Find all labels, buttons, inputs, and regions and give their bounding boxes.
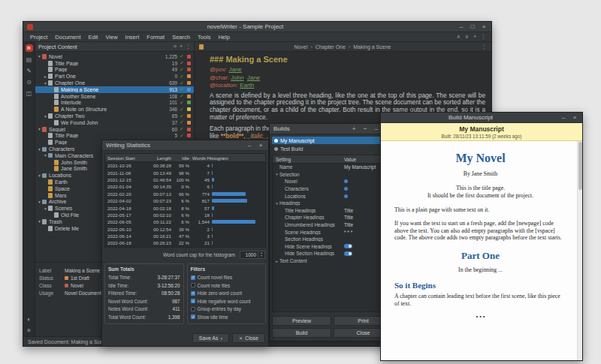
spin-down-icon[interactable]: ▾ [258, 254, 264, 258]
close-icon[interactable]: × [571, 114, 578, 122]
add-item-icon[interactable]: + [180, 44, 183, 50]
scrollbar[interactable] [577, 141, 582, 360]
histogram-cap-spinner[interactable]: 1000 ▴▾ [240, 251, 265, 259]
expand-icon[interactable]: ▾ [37, 219, 42, 224]
sort-icon[interactable]: ≡ [174, 44, 177, 50]
build-setting-row[interactable]: Novel [273, 178, 392, 185]
builds-titlebar[interactable]: Builds + − – × [270, 124, 395, 134]
more-icon[interactable]: ⋮ [481, 34, 486, 40]
app-logo-icon[interactable]: n [26, 44, 33, 52]
menu-tools[interactable]: Tools [194, 34, 215, 41]
editor-view-icon[interactable]: ✎ [26, 68, 32, 74]
build-setting-row[interactable]: Chapter HeadingsTitle [273, 214, 392, 221]
session-row[interactable]: 2022-05-1700:02:106 %18 [105, 212, 265, 218]
build-manuscript-window[interactable]: Build Manuscript – × My Manuscript Built… [380, 112, 583, 361]
build-button[interactable]: Build [272, 328, 331, 338]
builds-window[interactable]: Builds + − – × My ManuscriptTest Build S… [269, 123, 396, 341]
session-row[interactable]: 2022-06-1800:26:2322 %21 [105, 239, 265, 246]
minimize-icon[interactable]: – [458, 23, 465, 31]
checkbox[interactable] [191, 275, 195, 280]
checkbox[interactable] [191, 283, 195, 287]
tree-item[interactable]: Title Page5✓ [35, 133, 194, 140]
toggle-switch[interactable] [344, 244, 352, 248]
move-up-icon[interactable]: ∧ [457, 34, 461, 40]
outline-view-icon[interactable]: ◫ [26, 91, 32, 97]
checkbox[interactable] [191, 314, 195, 319]
expand-icon[interactable]: ▾ [37, 173, 42, 178]
keyword-value[interactable]: Earth [240, 82, 254, 89]
build-list-item[interactable]: Test Build [272, 145, 393, 152]
column-header[interactable]: Length [143, 155, 171, 161]
expand-icon[interactable]: ▾ [37, 147, 42, 152]
expand-icon[interactable]: ▸ [274, 259, 279, 263]
session-row[interactable]: 2022-04-0200:07:236 %817 [105, 197, 265, 204]
expand-icon[interactable]: ▾ [37, 54, 42, 59]
build-setting-row[interactable]: NameMy Manuscript [273, 164, 392, 171]
menu-edit[interactable]: Edit [85, 34, 102, 41]
tree-item[interactable]: Another Scene108✓ [35, 93, 194, 100]
menu-project[interactable]: Project [26, 34, 51, 41]
keyword-value[interactable]: John [231, 74, 243, 81]
editor-menu-icon[interactable]: ⋮ [482, 44, 487, 50]
breadcrumb-item[interactable]: Chapter One [316, 44, 346, 50]
column-header[interactable]: Words Histogram [191, 155, 265, 161]
add-build-icon[interactable]: + [350, 125, 358, 133]
filter-row[interactable]: Count novel files [191, 274, 263, 282]
toggle-switch[interactable] [344, 251, 352, 256]
preview-titlebar[interactable]: Build Manuscript – × [381, 113, 582, 123]
tree-item[interactable]: Title Page19✓ [35, 60, 194, 67]
writing-statistics-window[interactable]: Writing Statistics – × Session StartLeng… [101, 140, 269, 347]
save-as-button[interactable]: Save As ▾ [192, 333, 229, 343]
filter-row[interactable]: Hide negative word count [191, 297, 263, 305]
remove-build-icon[interactable]: − [361, 125, 369, 133]
tree-item[interactable]: We Found John37✓ [35, 119, 194, 126]
expand-icon[interactable]: ▾ [274, 201, 279, 206]
expand-icon[interactable]: ▾ [37, 200, 42, 204]
build-setting-row[interactable]: Title HeadingsTitle [273, 207, 392, 215]
tree-item[interactable]: Making a Scene913✓ [35, 86, 194, 93]
column-header[interactable]: Session Start [105, 155, 143, 161]
included-dot-icon[interactable] [344, 187, 348, 191]
maximize-icon[interactable]: □ [469, 23, 476, 31]
keyword-value[interactable]: Jane [247, 74, 260, 81]
expand-icon[interactable]: ▾ [37, 127, 42, 131]
column-header[interactable]: Idle [171, 155, 191, 161]
breadcrumb-item[interactable]: Novel [294, 44, 308, 50]
expand-icon[interactable]: ▾ [43, 81, 48, 86]
close-button[interactable]: ✕ Close [232, 333, 265, 343]
menu-insert[interactable]: Insert [122, 34, 143, 41]
checkbox[interactable] [191, 307, 195, 311]
tree-item[interactable]: ▾Novel1,225✓ [35, 53, 194, 60]
project-view-icon[interactable]: ▤ [26, 57, 32, 63]
theme-icon[interactable]: ◐ [27, 317, 31, 323]
filter-row[interactable]: Group entries by day [191, 305, 263, 314]
tree-item[interactable]: ▾Chapter One639✓ [35, 80, 194, 86]
menu-help[interactable]: Help [214, 34, 233, 41]
preview-button[interactable]: Preview [272, 316, 331, 326]
menu-view[interactable]: View [101, 34, 121, 41]
spinner-arrows[interactable]: ▴▾ [258, 251, 264, 258]
build-setting-row[interactable]: Section Headings [273, 236, 392, 243]
checkbox[interactable] [191, 299, 195, 303]
session-row[interactable]: 2021-12-1501:46:54100 %45 [105, 176, 265, 183]
filter-row[interactable]: Count note files [191, 281, 263, 290]
build-setting-row[interactable]: ▾Selection [273, 171, 392, 179]
session-row[interactable]: 2022-06-1000:12:5439 %2 [105, 226, 265, 233]
minimize-icon[interactable]: – [560, 114, 567, 122]
tree-item[interactable]: Page49✓ [35, 67, 194, 74]
close-icon[interactable]: × [257, 142, 264, 149]
session-row[interactable]: 2022-02-2000:07:1366 %774 [105, 191, 265, 197]
close-icon[interactable]: × [480, 23, 488, 31]
expand-icon[interactable]: ▸ [43, 74, 48, 79]
session-row[interactable]: 2021-10-2600:38:2859 %4 [105, 162, 265, 169]
expand-icon[interactable]: ▾ [43, 153, 48, 158]
session-row[interactable]: 2022-04-1800:02:188 %57 [105, 204, 265, 211]
main-titlebar[interactable]: novelWriter - Sample Project – □ × [23, 22, 491, 32]
build-setting-row[interactable]: Locations [273, 192, 392, 200]
manuscript-page[interactable]: My NovelBy Jane SmithThis is the title p… [381, 141, 577, 360]
tree-item[interactable]: Interlude101✓ [35, 100, 194, 107]
session-row[interactable]: 2021-11-0800:13:4998 %7 [105, 169, 265, 176]
tree-item[interactable]: ▾Sequel60✓ [35, 126, 194, 133]
build-setting-row[interactable]: Characters [273, 185, 392, 193]
build-setting-row[interactable]: Unnumbered HeadingsTitle [273, 221, 392, 229]
